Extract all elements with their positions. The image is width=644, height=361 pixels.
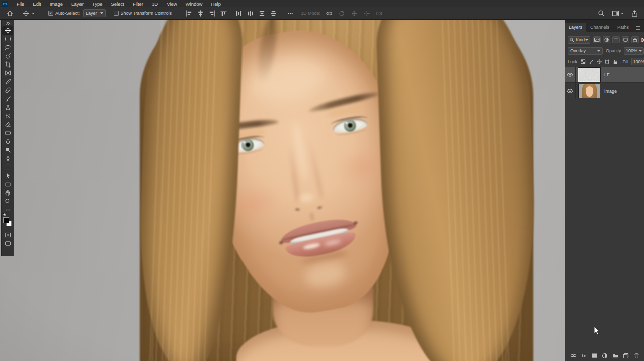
- add-layer-mask-icon[interactable]: [591, 352, 598, 359]
- tab-channels[interactable]: Channels: [586, 23, 613, 32]
- frame-tool[interactable]: [2, 69, 13, 77]
- menu-edit[interactable]: Edit: [33, 1, 41, 7]
- layer-thumbnail-lf[interactable]: [578, 68, 600, 82]
- default-colors-icon[interactable]: [3, 213, 6, 216]
- new-layer-icon[interactable]: [622, 352, 629, 359]
- menu-select[interactable]: Select: [111, 1, 124, 7]
- spot-healing-brush-tool[interactable]: [2, 86, 13, 95]
- tool-options-bar: ✓ Auto-Select: Layer Show Transform Cont…: [0, 7, 644, 20]
- distribute-top-edges-icon[interactable]: [234, 9, 243, 18]
- align-horizontal-centers-icon[interactable]: [196, 9, 205, 18]
- lock-position-icon[interactable]: [597, 59, 602, 64]
- home-icon[interactable]: [5, 9, 14, 18]
- new-group-icon[interactable]: [612, 352, 619, 359]
- move-tool[interactable]: [2, 26, 13, 35]
- distribute-vertical-centers-icon[interactable]: [246, 9, 255, 18]
- menu-file[interactable]: File: [17, 1, 24, 7]
- rectangular-marquee-tool[interactable]: [2, 35, 13, 43]
- blend-mode-dropdown[interactable]: Overlay: [568, 47, 603, 55]
- menu-window[interactable]: Window: [186, 1, 203, 7]
- filter-type-layers-icon[interactable]: [612, 36, 620, 43]
- filter-smart-objects-icon[interactable]: [631, 36, 639, 43]
- 3d-pan-icon[interactable]: [350, 9, 359, 18]
- filter-pixel-layers-icon[interactable]: [593, 36, 601, 43]
- document-canvas[interactable]: [0, 20, 565, 361]
- color-swatches[interactable]: [2, 216, 13, 229]
- menu-image[interactable]: Image: [50, 1, 63, 7]
- menu-3d[interactable]: 3D: [152, 1, 158, 7]
- search-icon[interactable]: [597, 9, 606, 18]
- link-layers-icon[interactable]: [570, 352, 577, 359]
- lock-transparent-pixels-icon[interactable]: [581, 59, 586, 64]
- layer-styles-icon[interactable]: fx: [580, 352, 587, 359]
- delete-layer-icon[interactable]: [633, 352, 640, 359]
- 3d-camera-icon[interactable]: [375, 9, 384, 18]
- toolbar-collapse-icon[interactable]: [2, 20, 14, 26]
- lasso-tool[interactable]: [2, 43, 13, 52]
- menu-layer[interactable]: Layer: [71, 1, 84, 7]
- blur-tool[interactable]: [2, 137, 13, 146]
- share-icon[interactable]: [630, 9, 639, 18]
- 3d-slide-icon[interactable]: [362, 9, 371, 18]
- auto-select-target-value: Layer: [86, 11, 97, 16]
- menu-view[interactable]: View: [167, 1, 177, 7]
- layer-visibility-toggle[interactable]: [565, 83, 576, 99]
- quick-mask-mode-icon[interactable]: [2, 231, 13, 239]
- layer-name[interactable]: LF: [604, 72, 610, 77]
- path-selection-tool[interactable]: [2, 171, 13, 180]
- menu-help[interactable]: Help: [211, 1, 221, 7]
- lock-artboard-icon[interactable]: [605, 59, 610, 64]
- eraser-tool[interactable]: [2, 120, 13, 129]
- brush-tool[interactable]: [2, 95, 13, 103]
- eyedropper-tool[interactable]: [2, 77, 13, 86]
- layer-name[interactable]: Image: [604, 88, 617, 94]
- crop-tool[interactable]: [2, 60, 13, 69]
- auto-select-checkbox[interactable]: ✓: [48, 11, 53, 16]
- foreground-color-swatch[interactable]: [3, 217, 9, 223]
- layer-filtering-toggle[interactable]: [641, 38, 644, 42]
- opacity-value-dropdown[interactable]: 100%: [624, 47, 644, 55]
- filter-kind-dropdown[interactable]: Kind: [568, 36, 590, 44]
- clone-stamp-tool[interactable]: [2, 103, 13, 112]
- type-tool[interactable]: [2, 163, 13, 171]
- menu-type[interactable]: Type: [92, 1, 103, 7]
- align-right-edges-icon[interactable]: [207, 9, 216, 18]
- layer-row-lf[interactable]: LF: [565, 67, 644, 83]
- layer-visibility-toggle[interactable]: [565, 67, 576, 83]
- history-brush-tool[interactable]: [2, 112, 13, 120]
- dodge-tool[interactable]: [2, 146, 13, 154]
- align-left-edges-icon[interactable]: [184, 9, 193, 18]
- layer-row-image[interactable]: Image: [565, 83, 644, 99]
- tool-preset-chevron-icon[interactable]: [32, 13, 35, 14]
- adjustment-layer-icon[interactable]: [601, 352, 608, 359]
- lock-image-pixels-icon[interactable]: [589, 59, 594, 64]
- workspace-switcher[interactable]: [612, 10, 624, 17]
- menu-filter[interactable]: Filter: [133, 1, 143, 7]
- panel-menu-icon[interactable]: [635, 23, 641, 32]
- gradient-tool[interactable]: [2, 129, 13, 137]
- tab-layers[interactable]: Layers: [565, 23, 586, 32]
- filter-shape-layers-icon[interactable]: [622, 36, 629, 43]
- hand-tool[interactable]: [2, 189, 13, 197]
- object-selection-tool[interactable]: [2, 52, 13, 60]
- move-tool-preset-icon[interactable]: [21, 9, 30, 18]
- 3d-orbit-icon[interactable]: [325, 9, 334, 18]
- fill-value-dropdown[interactable]: 100%: [631, 58, 644, 65]
- align-top-edges-icon[interactable]: [219, 9, 228, 18]
- rectangle-shape-tool[interactable]: [2, 180, 13, 189]
- pen-tool[interactable]: [2, 154, 13, 163]
- auto-select-target-dropdown[interactable]: Layer: [83, 9, 106, 17]
- photoshop-logo-icon: Ps: [2, 1, 8, 7]
- more-options-icon[interactable]: [286, 9, 295, 18]
- distribute-bottom-edges-icon[interactable]: [257, 9, 266, 18]
- layer-thumbnail-image[interactable]: [578, 84, 600, 98]
- 3d-roll-icon[interactable]: [337, 9, 346, 18]
- show-transform-checkbox[interactable]: [114, 11, 119, 16]
- distribute-horizontal-centers-icon[interactable]: [269, 9, 278, 18]
- screen-mode-icon[interactable]: [2, 239, 13, 248]
- tab-paths[interactable]: Paths: [613, 23, 633, 32]
- zoom-tool[interactable]: [2, 197, 13, 206]
- filter-adjustment-layers-icon[interactable]: [603, 36, 610, 43]
- lock-all-icon[interactable]: [613, 59, 618, 64]
- canvas-vignette: [0, 20, 565, 361]
